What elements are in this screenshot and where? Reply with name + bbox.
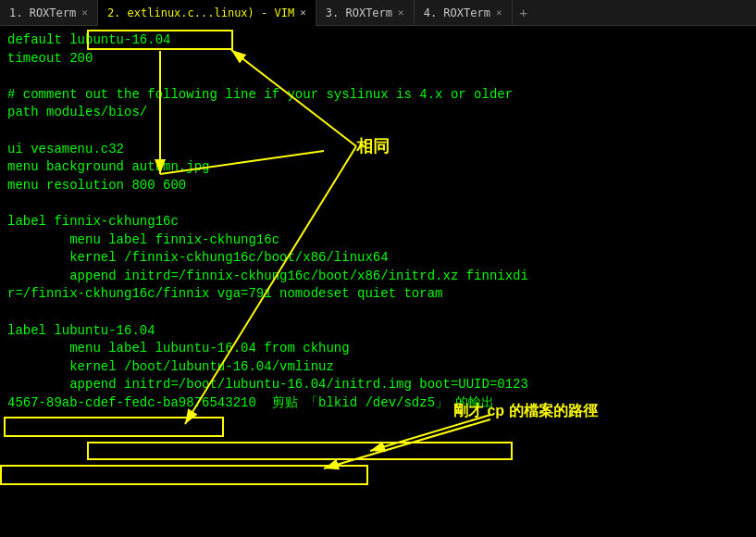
tab-1-label: 1. ROXTerm: [9, 6, 76, 19]
tab-3-label: 3. ROXTerm: [326, 6, 392, 19]
highlight-box-uuid: [0, 465, 368, 485]
tab-2-close[interactable]: ✕: [300, 6, 306, 19]
highlight-box-label: [4, 417, 224, 437]
svg-line-5: [370, 415, 490, 451]
tab-4-close[interactable]: ✕: [496, 6, 502, 19]
tab-1-close[interactable]: ✕: [81, 6, 88, 19]
tab-3-close[interactable]: ✕: [398, 6, 404, 19]
tab-4[interactable]: 4. ROXTerm ✕: [415, 0, 513, 26]
svg-line-6: [324, 419, 490, 468]
terminal-content: default lubuntu-16.04 timeout 200 # comm…: [7, 31, 749, 412]
new-tab-button[interactable]: +: [513, 6, 535, 20]
highlight-box-vmlinuz: [87, 442, 513, 460]
tab-2[interactable]: 2. extlinux.c...linux) - VIM ✕: [98, 0, 316, 26]
tab-bar: 1. ROXTerm ✕ 2. extlinux.c...linux) - VI…: [0, 0, 756, 26]
terminal-area[interactable]: default lubuntu-16.04 timeout 200 # comm…: [0, 26, 756, 537]
tab-3[interactable]: 3. ROXTerm ✕: [316, 0, 415, 26]
tab-1[interactable]: 1. ROXTerm ✕: [0, 0, 98, 26]
tab-2-label: 2. extlinux.c...linux) - VIM: [107, 6, 294, 19]
tab-4-label: 4. ROXTerm: [424, 6, 490, 19]
